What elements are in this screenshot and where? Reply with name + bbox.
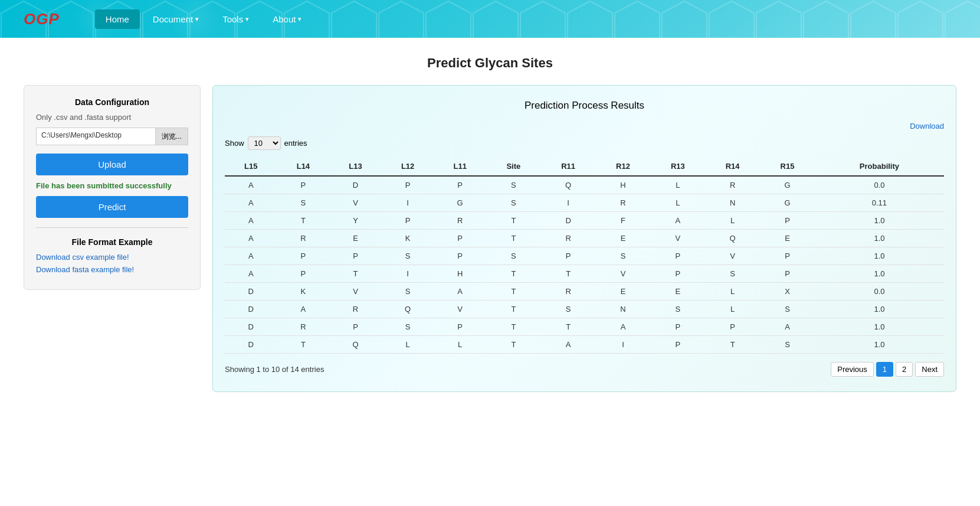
table-cell: V [705,247,760,265]
file-path-display: C:\Users\Mengxi\Desktop [36,128,156,145]
nav-item-about[interactable]: About ▾ [262,9,312,29]
data-config-title: Data Configuration [36,97,188,107]
nav-item-document[interactable]: Document ▾ [142,9,209,29]
table-cell: A [225,265,277,283]
table-cell: T [277,336,330,354]
table-cell: P [434,230,486,247]
upload-button[interactable]: Upload [36,154,188,175]
table-cell: 1.0 [815,318,944,336]
table-row: ATYPRTDFALP1.0 [225,212,944,230]
browse-button[interactable]: 浏览... [156,128,188,145]
table-row: DTQLLTAIPTS1.0 [225,336,944,354]
table-cell: R [329,301,382,318]
table-cell: T [541,265,596,283]
header: OGP Home Document ▾ Tools ▾ About ▾ [0,0,980,38]
table-cell: E [596,283,651,301]
table-row: APPSPSPSPVP1.0 [225,247,944,265]
table-cell: P [650,247,705,265]
table-row: DARQVTSNSLS1.0 [225,301,944,318]
nav-item-tools[interactable]: Tools ▾ [212,9,260,29]
chevron-down-icon: ▾ [245,15,249,23]
download-csv-link[interactable]: Download csv example file! [36,253,188,262]
table-row: AREKPTREVQE1.0 [225,230,944,247]
page-title: Predict Glycan Sites [24,56,956,71]
download-link[interactable]: Download [910,122,944,130]
table-cell: A [225,230,277,247]
table-cell: A [596,318,651,336]
table-cell: L [650,194,705,212]
main-nav: Home Document ▾ Tools ▾ About ▾ [95,9,313,29]
col-header-l14: L14 [277,157,330,176]
table-cell: H [596,176,651,194]
table-cell: T [329,265,382,283]
table-cell: I [382,265,434,283]
table-cell: S [382,247,434,265]
table-cell: P [705,318,760,336]
table-cell: E [596,230,651,247]
table-cell: S [705,265,760,283]
table-cell: P [434,176,486,194]
logo: OGP [24,10,60,28]
col-header-r12: R12 [596,157,651,176]
table-cell: T [486,336,541,354]
table-cell: E [760,230,815,247]
table-cell: V [329,194,382,212]
table-cell: T [541,318,596,336]
table-row: DKVSATREELX0.0 [225,283,944,301]
table-cell: A [434,283,486,301]
table-cell: 1.0 [815,336,944,354]
nav-item-home[interactable]: Home [95,9,140,29]
download-fasta-link[interactable]: Download fasta example file! [36,265,188,274]
table-cell: S [650,301,705,318]
table-cell: Q [329,336,382,354]
table-cell: T [486,301,541,318]
table-cell: R [277,318,330,336]
table-cell: I [541,194,596,212]
page-2-button[interactable]: 2 [896,362,913,377]
table-cell: R [705,176,760,194]
main-layout: Data Configuration Only .csv and .fasta … [24,85,956,392]
table-row: DRPSPTTAPPA1.0 [225,318,944,336]
table-row: APDPPSQHLRG0.0 [225,176,944,194]
table-cell: P [329,247,382,265]
table-cell: D [541,212,596,230]
table-cell: G [760,176,815,194]
results-title: Prediction Process Results [225,100,944,112]
table-cell: P [650,318,705,336]
table-cell: S [486,194,541,212]
col-header-l11: L11 [434,157,486,176]
table-cell: R [541,230,596,247]
table-cell: P [329,318,382,336]
table-cell: A [225,176,277,194]
table-cell: S [760,336,815,354]
table-cell: Q [705,230,760,247]
table-cell: I [382,194,434,212]
table-cell: 1.0 [815,212,944,230]
table-cell: L [434,336,486,354]
entries-select[interactable]: 10 25 50 100 [248,136,281,150]
table-cell: P [382,212,434,230]
pagination-buttons: Previous 1 2 Next [831,362,944,377]
table-cell: D [225,336,277,354]
col-header-l15: L15 [225,157,277,176]
table-cell: 0.11 [815,194,944,212]
col-header-r11: R11 [541,157,596,176]
table-cell: S [382,318,434,336]
table-cell: P [277,247,330,265]
divider [36,227,188,228]
col-header-site: Site [486,157,541,176]
page-1-button[interactable]: 1 [876,362,893,377]
table-cell: P [650,265,705,283]
table-cell: T [486,318,541,336]
next-button[interactable]: Next [915,362,944,377]
predict-button[interactable]: Predict [36,196,188,218]
table-cell: D [225,283,277,301]
table-cell: H [434,265,486,283]
table-cell: S [541,301,596,318]
table-cell: L [705,283,760,301]
table-cell: 1.0 [815,265,944,283]
file-format-title: File Format Example [36,237,188,247]
table-cell: G [434,194,486,212]
prev-button[interactable]: Previous [831,362,874,377]
results-table: L15L14L13L12L11SiteR11R12R13R14R15Probab… [225,157,944,354]
